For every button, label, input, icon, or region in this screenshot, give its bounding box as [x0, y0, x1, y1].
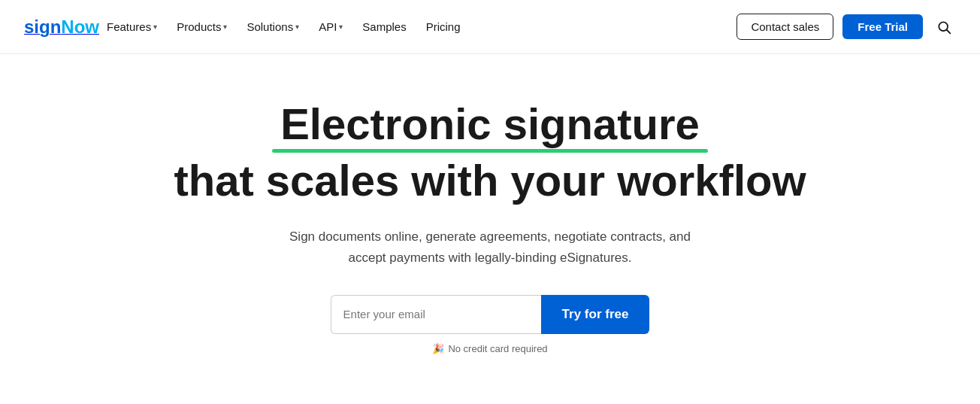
solutions-chevron-icon: ▾: [295, 23, 299, 31]
logo-sign: sign: [24, 17, 61, 37]
search-button[interactable]: [932, 15, 956, 39]
hero-section: Electronic signature that scales with yo…: [0, 54, 980, 384]
samples-label: Samples: [362, 20, 406, 33]
features-label: Features: [107, 20, 151, 33]
party-icon: 🎉: [432, 343, 444, 354]
products-label: Products: [177, 20, 221, 33]
navbar: signNow Features ▾ Products ▾ Solutions …: [0, 0, 980, 54]
no-credit-card-notice: 🎉 No credit card required: [432, 343, 547, 354]
hero-title-line1: Electronic signature: [174, 99, 806, 150]
svg-line-1: [947, 29, 951, 33]
email-input[interactable]: [331, 295, 541, 334]
products-chevron-icon: ▾: [223, 23, 227, 31]
nav-item-products[interactable]: Products ▾: [169, 16, 234, 38]
search-icon: [936, 20, 951, 35]
nav-item-features[interactable]: Features ▾: [99, 16, 165, 38]
nav-item-pricing[interactable]: Pricing: [419, 16, 468, 38]
nav-item-api[interactable]: API ▾: [311, 16, 350, 38]
contact-sales-button[interactable]: Contact sales: [737, 14, 833, 40]
nav-item-solutions[interactable]: Solutions ▾: [239, 16, 307, 38]
hero-subtitle: Sign documents online, generate agreemen…: [280, 226, 700, 267]
solutions-label: Solutions: [247, 20, 293, 33]
try-for-free-button[interactable]: Try for free: [541, 295, 650, 334]
hero-title: Electronic signature that scales with yo…: [174, 99, 806, 205]
hero-form: Try for free: [331, 295, 650, 334]
free-trial-button[interactable]: Free Trial: [842, 14, 923, 39]
nav-links: Features ▾ Products ▾ Solutions ▾ API ▾ …: [99, 16, 737, 38]
no-cc-text: No credit card required: [448, 343, 547, 354]
features-chevron-icon: ▾: [153, 23, 157, 31]
hero-title-line2: that scales with your workflow: [174, 156, 806, 206]
api-chevron-icon: ▾: [339, 23, 343, 31]
nav-item-samples[interactable]: Samples: [355, 16, 413, 38]
pricing-label: Pricing: [426, 20, 461, 33]
logo[interactable]: signNow: [24, 17, 99, 38]
nav-actions: Contact sales Free Trial: [737, 14, 956, 40]
api-label: API: [319, 20, 337, 33]
logo-now: Now: [61, 17, 99, 37]
